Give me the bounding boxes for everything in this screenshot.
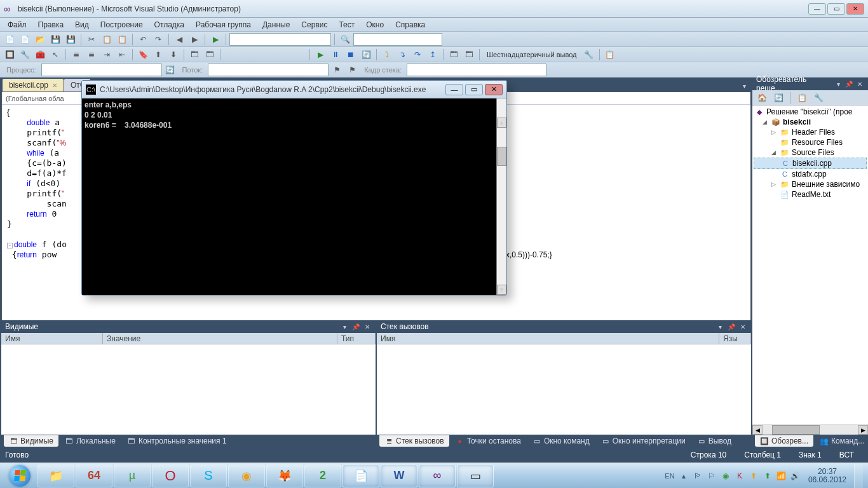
menu-file[interactable]: Файл — [3, 19, 32, 30]
btab-watch1[interactable]: 🗔Контрольные значения 1 — [122, 435, 232, 447]
home-icon[interactable]: 🏠 — [755, 92, 769, 104]
toolbox-icon[interactable]: 🧰 — [33, 48, 47, 61]
console-window[interactable]: C:\ C:\Users\Admin\Desktop\Информатика Р… — [81, 80, 507, 295]
console-output[interactable]: enter a,b,eps 0 2 0.01 koren6 = 3.04688e… — [82, 98, 506, 295]
thread-flag-icon[interactable]: ⚑ — [330, 64, 344, 76]
output-icon[interactable]: 📋 — [603, 48, 617, 61]
menu-build[interactable]: Построение — [95, 19, 148, 30]
hex-output-label[interactable]: Шестнадцатеричный вывод — [483, 51, 581, 58]
tree-sources-folder[interactable]: ◢ 📁 Source Files — [754, 147, 867, 158]
menu-data[interactable]: Данные — [257, 19, 295, 30]
taskbar-aida64[interactable]: 64 — [76, 464, 112, 487]
tray-flag-icon[interactable]: 🏳 — [693, 471, 703, 481]
btab-breakpoints[interactable]: ●Точки останова — [451, 435, 526, 447]
tray-network-icon[interactable]: 📶 — [776, 471, 787, 481]
tree-file-readme[interactable]: 📄 ReadMe.txt — [754, 189, 867, 200]
scroll-down-icon[interactable]: ▼ — [497, 285, 506, 295]
expander-icon[interactable]: ◢ — [763, 119, 769, 125]
taskbar-visualstudio[interactable]: ∞ — [419, 464, 456, 487]
tray-update-icon[interactable]: ⬆ — [749, 471, 759, 481]
btab-output[interactable]: ▭Вывод — [692, 435, 736, 447]
taskbar-firefox[interactable]: 🦊 — [266, 464, 303, 487]
console-titlebar[interactable]: C:\ C:\Users\Admin\Desktop\Информатика Р… — [82, 81, 506, 98]
tree-external-folder[interactable]: ▷ 📁 Внешние зависимо — [754, 179, 867, 189]
close-tab-icon[interactable]: ✕ — [52, 82, 57, 89]
col-value[interactable]: Значение — [103, 333, 337, 344]
panel-close-icon[interactable]: ✕ — [363, 322, 372, 331]
solution-explorer-icon[interactable]: 🔲 — [3, 48, 17, 61]
tray-expand-icon[interactable]: ▴ — [679, 471, 689, 481]
panel-pin-icon[interactable]: 📌 — [351, 322, 360, 331]
tray-usb-icon[interactable]: ⬆ — [763, 471, 773, 481]
panel-pin-icon[interactable]: 📌 — [845, 79, 853, 88]
restart-icon[interactable]: 🔄 — [359, 48, 373, 61]
tree-file-bisekcii[interactable]: C bisekcii.cpp — [754, 158, 867, 169]
taskbar-console[interactable]: ▭ — [457, 464, 494, 487]
taskbar-explorer[interactable]: 📁 — [37, 464, 74, 487]
expander-icon[interactable]: ◢ — [771, 149, 778, 156]
outdent-icon[interactable]: ⇤ — [115, 48, 129, 61]
menu-window[interactable]: Окно — [361, 19, 389, 30]
maximize-button[interactable]: ▭ — [827, 3, 845, 15]
menu-debug[interactable]: Отладка — [149, 19, 189, 30]
menu-test[interactable]: Тест — [334, 19, 360, 30]
show-all-icon[interactable]: 📋 — [795, 92, 809, 104]
stack-combo[interactable] — [407, 64, 546, 76]
taskbar-utorrent[interactable]: µ — [114, 464, 151, 487]
menu-help[interactable]: Справка — [390, 19, 430, 30]
panel-dropdown-icon[interactable]: ▾ — [715, 322, 724, 331]
step-out-icon[interactable]: ↥ — [426, 48, 440, 61]
console-minimize-button[interactable]: — — [445, 84, 463, 95]
continue-icon[interactable]: ▶ — [313, 48, 327, 61]
panel-dropdown-icon[interactable]: ▾ — [834, 79, 843, 88]
close-button[interactable]: ✕ — [846, 3, 864, 15]
panel-close-icon[interactable]: ✕ — [856, 79, 864, 88]
find-combo[interactable] — [353, 33, 442, 46]
hex-icon[interactable]: 🔧 — [582, 48, 596, 61]
properties-icon[interactable]: 🔧 — [811, 92, 825, 104]
windows-icon[interactable]: 🗔 — [447, 48, 461, 61]
side-tab-team[interactable]: 👥 Команд... — [815, 435, 868, 447]
find-icon[interactable]: 🔍 — [338, 33, 352, 46]
taskbar-opera[interactable]: O — [152, 464, 189, 487]
btab-autos[interactable]: 🗔Видимые — [4, 435, 58, 447]
add-item-icon[interactable]: 📄 — [18, 33, 32, 46]
new-project-icon[interactable]: 📄 — [3, 33, 17, 46]
process-refresh-icon[interactable]: 🔄 — [163, 64, 177, 76]
menu-tools[interactable]: Сервис — [296, 19, 332, 30]
pointer-icon[interactable]: ↖ — [48, 48, 62, 61]
tray-lang[interactable]: EN — [665, 471, 675, 481]
col-name[interactable]: Имя — [1, 333, 103, 344]
thread-combo[interactable] — [208, 64, 329, 76]
process-combo[interactable] — [41, 64, 162, 76]
tray-av-icon[interactable]: K — [735, 471, 745, 481]
tray-action-icon[interactable]: ⚐ — [707, 471, 717, 481]
locals-body[interactable] — [1, 344, 376, 435]
tab-dropdown-icon[interactable]: ▾ — [738, 80, 750, 92]
taskbar-notepad[interactable]: 📄 — [342, 464, 379, 487]
breakpoints-icon[interactable]: 🗔 — [462, 48, 476, 61]
btab-immediate[interactable]: ▭Окно интерпретации — [596, 435, 691, 447]
panel-close-icon[interactable]: ✕ — [738, 322, 747, 331]
taskbar-skype[interactable]: S — [190, 464, 227, 487]
solution-hscroll[interactable]: ◀▶ — [752, 424, 868, 435]
thread-filter-icon[interactable]: ⚑ — [345, 64, 359, 76]
stop-icon[interactable]: ⏹ — [344, 48, 358, 61]
btab-locals[interactable]: 🗔Локальные — [60, 435, 121, 447]
tree-project[interactable]: ◢ 📦 bisekcii — [754, 117, 867, 127]
tree-headers-folder[interactable]: ▷ 📁 Header Files — [754, 127, 867, 137]
callstack-body[interactable] — [377, 344, 751, 435]
btab-callstack[interactable]: ≣Стек вызовов — [379, 435, 449, 447]
tree-file-stdafx[interactable]: C stdafx.cpp — [754, 169, 867, 179]
undo-icon[interactable]: ↶ — [136, 33, 150, 46]
show-desktop-button[interactable] — [854, 464, 863, 488]
tree-resources-folder[interactable]: 📁 Resource Files — [754, 137, 867, 147]
expander-icon[interactable]: ▷ — [771, 129, 778, 135]
console-scrollbar[interactable]: ▲ ▼ — [496, 98, 506, 295]
nav-fwd-icon[interactable]: ▶ — [187, 33, 201, 46]
scroll-up-icon[interactable]: ▲ — [497, 118, 506, 128]
scroll-thumb[interactable] — [497, 147, 506, 166]
pause-icon[interactable]: ⏸ — [329, 48, 342, 61]
redo-icon[interactable]: ↷ — [151, 33, 165, 46]
taskbar-word[interactable]: W — [381, 464, 417, 487]
